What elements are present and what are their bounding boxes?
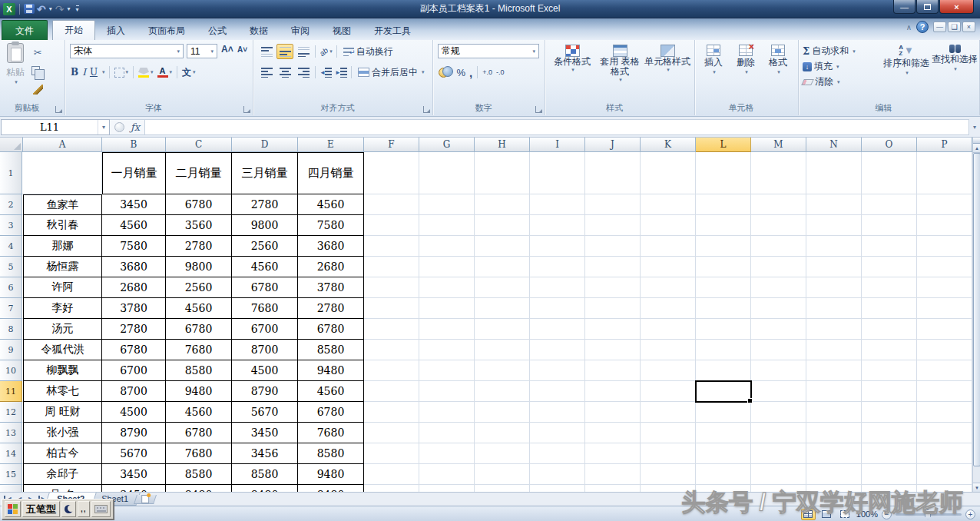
cell-C1[interactable]: 二月销量 [166,152,232,194]
orientation-button[interactable]: ab▾ [319,44,333,59]
cell-A5[interactable]: 杨恒露 [23,257,102,277]
ribbon-tab-插入[interactable]: 插入 [95,22,137,40]
column-header-H[interactable]: H [475,138,530,152]
cell-B3[interactable]: 4560 [102,215,166,236]
cell-E8[interactable]: 6780 [298,319,364,340]
cell-A2[interactable]: 鱼家羊 [23,194,102,215]
zoom-slider-handle[interactable] [925,509,931,519]
align-top-button[interactable] [258,44,275,59]
cell-D15[interactable]: 8580 [232,464,298,485]
workbook-restore-button[interactable]: ❑ [948,22,961,32]
paste-button[interactable]: 粘贴 ▾ [2,43,28,103]
font-dialog-launcher[interactable] [243,106,250,113]
cell-C6[interactable]: 2560 [166,277,232,298]
format-cells-button[interactable]: 格式 ▾ [763,45,793,75]
cell-D2[interactable]: 2780 [232,194,298,215]
cell-E10[interactable]: 9480 [298,360,364,381]
insert-cells-button[interactable]: 插入 ▾ [698,45,729,75]
row-header-4[interactable]: 4 [0,236,22,257]
row-header-15[interactable]: 15 [0,464,22,485]
ime-windows-button[interactable] [5,501,21,517]
increase-indent-button[interactable] [334,65,348,80]
cell-B2[interactable]: 3450 [102,194,166,215]
accounting-format-button[interactable]: ▾ [438,65,454,80]
copy-button[interactable]: ▾ [31,63,45,78]
cell-B10[interactable]: 6700 [102,360,166,381]
cell-B9[interactable]: 6780 [102,340,166,360]
name-box-dropdown-icon[interactable]: ▾ [98,120,109,134]
cell-C3[interactable]: 3560 [166,215,232,236]
conditional-formatting-button[interactable]: 条件格式 ▾ [548,45,596,73]
align-middle-button[interactable] [276,44,293,59]
cell-D11[interactable]: 8790 [232,381,298,402]
row-header-2[interactable]: 2 [0,194,22,215]
cell-B16[interactable]: 3450 [102,485,166,492]
ime-fullwidth-button[interactable] [61,501,76,517]
cell-B1[interactable]: 一月销量 [102,152,166,194]
cell-D13[interactable]: 3450 [232,423,298,443]
number-dialog-launcher[interactable] [535,106,542,113]
cell-C7[interactable]: 4560 [166,298,232,319]
cell-C10[interactable]: 8580 [166,360,232,381]
column-header-G[interactable]: G [419,138,475,152]
column-header-O[interactable]: O [862,138,917,152]
zoom-out-icon[interactable]: − [882,509,892,519]
ribbon-tab-开发工具[interactable]: 开发工具 [363,22,422,40]
cell-A4[interactable]: 那娜 [23,236,102,257]
cell-C16[interactable]: 8480 [166,485,232,492]
cell-B4[interactable]: 7580 [102,236,166,257]
minimize-button[interactable]: — [893,0,915,14]
font-name-select[interactable]: 宋体▾ [70,44,184,58]
row-header-6[interactable]: 6 [0,277,22,298]
ime-keyboard-button[interactable] [91,501,111,517]
cell-C9[interactable]: 7680 [166,340,232,360]
cell-B6[interactable]: 2680 [102,277,166,298]
font-size-select[interactable]: 11▾ [187,44,217,58]
cell-A16[interactable]: 吴 名 [23,485,102,492]
format-painter-button[interactable] [31,81,45,97]
workbook-close-button[interactable]: × [962,22,975,32]
column-header-P[interactable]: P [917,138,972,152]
fill-button[interactable]: ↓ 填充▾ [803,60,839,73]
zoom-slider[interactable] [896,513,962,516]
alignment-dialog-launcher[interactable] [423,106,430,113]
cell-C15[interactable]: 8580 [166,464,232,485]
align-center-button[interactable] [276,65,293,80]
redo-dropdown-icon[interactable]: ▾ [66,5,71,12]
row-header-16[interactable]: 16 [0,485,22,492]
decrease-indent-button[interactable] [319,65,333,80]
row-header-13[interactable]: 13 [0,423,22,443]
autosum-button[interactable]: Σ 自动求和▾ [803,45,856,58]
cell-D8[interactable]: 6700 [232,319,298,340]
cell-A15[interactable]: 余邱子 [23,464,102,485]
underline-button[interactable]: U [89,65,98,80]
cell-E13[interactable]: 7680 [298,423,364,443]
redo-icon[interactable]: ↷ [55,5,65,14]
fill-color-button[interactable]: ▾ [137,65,154,80]
cell-A12[interactable]: 周 旺财 [23,402,102,423]
cell-E15[interactable]: 9480 [298,464,364,485]
zoom-in-icon[interactable]: + [965,509,975,519]
column-header-J[interactable]: J [585,138,641,152]
column-header-N[interactable]: N [806,138,862,152]
cell-A9[interactable]: 令狐代洪 [23,340,102,360]
column-header-I[interactable]: I [530,138,585,152]
excel-app-icon[interactable]: X [3,3,15,15]
scroll-down-icon[interactable]: ▼ [973,483,980,492]
cell-E4[interactable]: 3680 [298,236,364,257]
cell-E2[interactable]: 4560 [298,194,364,215]
cell-D6[interactable]: 6780 [232,277,298,298]
close-button[interactable]: × [939,0,974,14]
delete-cells-button[interactable]: 删除 ▾ [730,45,761,75]
cell-E5[interactable]: 2680 [298,257,364,277]
align-bottom-button[interactable] [295,44,312,59]
clear-button[interactable]: 清除▾ [803,75,840,88]
percent-style-button[interactable]: % [456,65,467,80]
sort-filter-button[interactable]: AZ▼ 排序和筛选 ▾ [882,45,931,76]
cell-B5[interactable]: 3680 [102,257,166,277]
column-header-C[interactable]: C [166,138,232,152]
sheet-grid[interactable]: 12345678910111213141516一月销量二月销量三月销量四月销量鱼… [0,152,972,492]
cell-styles-button[interactable]: 单元格样式 ▾ [642,45,693,73]
ribbon-tab-审阅[interactable]: 审阅 [280,22,321,40]
find-select-button[interactable]: 查找和选择 ▾ [931,45,978,72]
